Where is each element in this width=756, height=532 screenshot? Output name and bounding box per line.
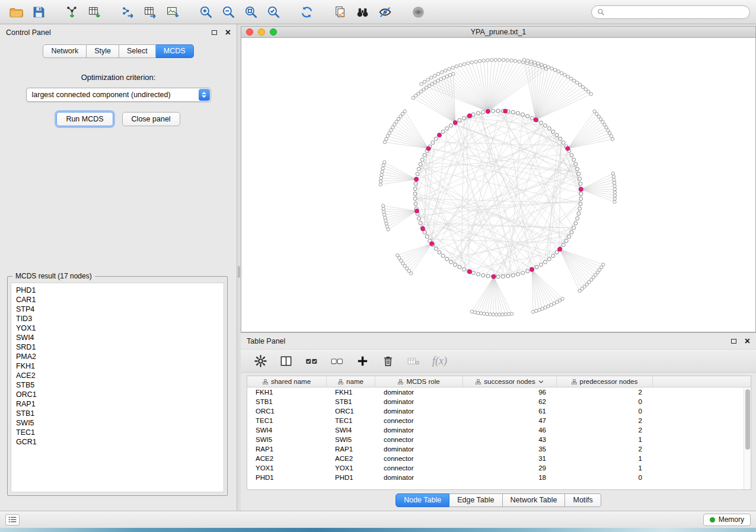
control-panel-title: Control Panel [6,28,51,37]
create-column-button[interactable] [356,354,369,368]
show-all-button[interactable] [408,3,428,21]
table-row[interactable]: STB1STB1dominator620 [247,397,751,406]
tab-select[interactable]: Select [119,44,156,58]
criterion-dropdown[interactable]: largest connected component (undirected) [26,88,211,102]
table-row[interactable]: SWI5SWI5connector431 [247,435,751,444]
show-columns-button[interactable] [279,354,293,368]
table-row[interactable]: ACE2ACE2connector311 [247,454,751,463]
mcds-result-item[interactable]: FKH1 [11,361,224,371]
tab-motifs[interactable]: Motifs [565,493,601,507]
mcds-result-item[interactable]: STB1 [11,409,224,418]
scrollbar-thumb[interactable] [745,389,750,450]
mcds-result-item[interactable]: STP4 [11,305,224,314]
mcds-result-item[interactable]: CAR1 [11,295,224,305]
tab-edge-table[interactable]: Edge Table [449,493,502,507]
zoom-fit-button[interactable] [241,3,261,21]
tab-network[interactable]: Network [43,44,87,58]
save-session-button[interactable] [28,3,49,21]
refresh-view-button[interactable] [296,3,317,21]
mcds-result-list[interactable]: PHD1CAR1STP4TID3YOX1SWI4SRD1PMA2FKH1ACE2… [11,283,224,492]
import-table-button[interactable] [84,3,104,21]
plus-icon [356,354,369,368]
memory-button[interactable]: Memory [703,514,751,526]
status-menu-button[interactable] [5,514,20,525]
mcds-result-item[interactable]: PMA2 [11,352,224,361]
function-builder-button[interactable]: f(x) [432,355,447,367]
column-header-name[interactable]: name [327,376,375,387]
mcds-result-item[interactable]: YOX1 [11,323,224,333]
table-row[interactable]: SWI4SWI4dominator462 [247,425,751,435]
mcds-result-item[interactable]: SWI5 [11,418,224,428]
mcds-result-item[interactable]: RAP1 [11,399,224,409]
checked-boxes-icon [305,354,318,368]
tab-style[interactable]: Style [87,44,119,58]
status-bar: Memory [0,511,756,528]
table-row[interactable]: ORC1ORC1dominator610 [247,406,751,416]
network-search-box[interactable] [591,5,750,19]
select-all-columns-button[interactable] [305,354,318,368]
mcds-result-item[interactable]: SWI4 [11,333,224,342]
table-cell: 35 [463,446,557,453]
eye-slash-icon [378,5,393,20]
column-header-shared-name[interactable]: shared name [247,376,327,387]
export-network-button[interactable] [117,3,138,21]
mcds-result-item[interactable]: STB5 [11,380,224,390]
column-header-mcds-role[interactable]: MCDS role [375,376,463,387]
table-cell: YOX1 [327,464,375,472]
run-mcds-button[interactable]: Run MCDS [56,112,113,126]
export-image-icon [165,5,180,20]
column-header-predecessor-nodes[interactable]: predecessor nodes [557,376,653,387]
mcds-result-item[interactable]: PHD1 [11,286,224,295]
find-button[interactable] [352,3,372,21]
copy-network-button[interactable] [330,3,350,21]
mcds-result-item[interactable]: ORC1 [11,390,224,399]
open-file-button[interactable] [6,3,26,21]
zoom-out-button[interactable] [218,3,238,21]
zoom-in-button[interactable] [196,3,216,21]
float-panel-icon[interactable] [212,30,217,35]
table-row[interactable]: PHD1PHD1dominator180 [247,473,751,482]
copy-network-icon [333,5,347,20]
main-toolbar [0,0,756,24]
table-cell: dominator [375,474,463,481]
table-scrollbar[interactable] [744,387,751,489]
table-cell: SWI5 [327,436,375,443]
zoom-selected-button[interactable] [263,3,283,21]
table-cell: TEC1 [327,417,375,424]
deselect-all-columns-button[interactable] [330,354,344,368]
network-canvas[interactable] [241,38,755,332]
tab-node-table[interactable]: Node Table [395,493,449,507]
float-table-panel-icon[interactable] [731,339,736,344]
delete-column-button[interactable] [381,354,395,368]
network-window-titlebar[interactable]: YPA_prune.txt_1 [241,27,755,38]
table-row[interactable]: RAP1RAP1dominator352 [247,444,751,454]
table-cell: connector [375,436,463,443]
close-panel-icon[interactable]: × [225,30,231,36]
close-table-panel-icon[interactable]: × [745,338,750,344]
mcds-result-item[interactable]: ACE2 [11,371,224,380]
mcds-result-item[interactable]: SRD1 [11,342,224,352]
mcds-result-item[interactable]: GCR1 [11,437,224,447]
table-cell: 46 [463,427,557,434]
hide-selected-button[interactable] [375,3,395,21]
table-settings-button[interactable] [254,354,267,368]
delete-table-button[interactable] [407,354,420,368]
table-row[interactable]: FKH1FKH1dominator962 [247,387,751,397]
table-row[interactable]: YOX1YOX1connector291 [247,463,751,473]
network-graph[interactable] [241,38,755,332]
close-panel-button[interactable]: Close panel [122,112,180,126]
tab-mcds[interactable]: MCDS [156,44,194,58]
column-type-icon [338,379,343,384]
export-table-button[interactable] [140,3,160,21]
column-header-successor-nodes[interactable]: successor nodes [463,376,557,387]
table-cell: PHD1 [247,474,327,481]
import-table-icon [87,5,102,20]
search-input[interactable] [608,8,744,16]
table-cell: 2 [557,427,653,434]
table-row[interactable]: TEC1TEC1connector472 [247,416,751,425]
export-image-button[interactable] [162,3,183,21]
mcds-result-item[interactable]: TID3 [11,314,224,323]
tab-network-table[interactable]: Network Table [503,493,566,507]
import-network-button[interactable] [62,3,82,21]
mcds-result-item[interactable]: TEC1 [11,428,224,437]
